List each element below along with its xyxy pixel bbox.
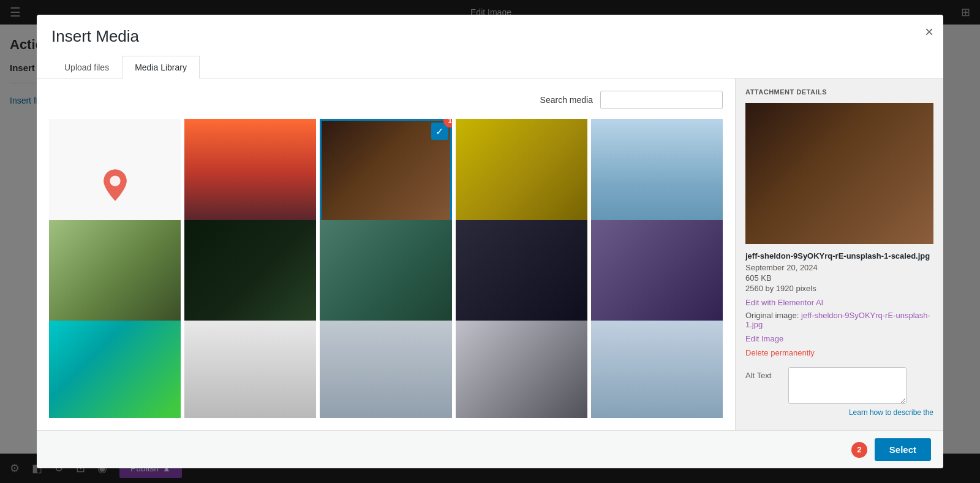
image-grid: 1 ✓ Nashville bbox=[49, 119, 723, 418]
delete-permanently-link[interactable]: Delete permanently bbox=[745, 348, 933, 357]
attachment-size: 605 KB bbox=[745, 273, 933, 283]
media-item-15[interactable] bbox=[591, 321, 723, 418]
footer-badge: 2 bbox=[851, 442, 867, 458]
svg-point-0 bbox=[110, 175, 120, 186]
search-media-label: Search media bbox=[540, 95, 593, 105]
tab-media-library[interactable]: Media Library bbox=[122, 56, 200, 78]
modal-title: Insert Media bbox=[51, 27, 929, 46]
learn-link[interactable]: Learn how to describe the bbox=[788, 408, 933, 417]
map-pin-icon bbox=[97, 167, 134, 203]
attachment-filename: jeff-sheldon-9SyOKYrq-rE-unsplash-1-scal… bbox=[745, 251, 933, 261]
media-item-12[interactable] bbox=[184, 321, 316, 418]
modal-close-button[interactable]: × bbox=[925, 25, 933, 39]
attachment-dimensions: 2560 by 1920 pixels bbox=[745, 284, 933, 293]
attachment-details-sidebar: ATTACHMENT DETAILS jeff-sheldon-9SyOKYrq… bbox=[735, 78, 943, 430]
attachment-date: September 20, 2024 bbox=[745, 263, 933, 272]
search-media-input[interactable] bbox=[600, 91, 723, 109]
modal-body: Search media 1 bbox=[37, 78, 943, 430]
edit-elementor-ai-link[interactable]: Edit with Elementor AI bbox=[745, 298, 933, 307]
search-row: Search media bbox=[49, 91, 723, 109]
media-item-11[interactable]: Nashville bbox=[49, 321, 181, 418]
modal-overlay: Insert Media × Upload files Media Librar… bbox=[0, 0, 980, 483]
select-button[interactable]: Select bbox=[875, 438, 931, 461]
modal-footer: 2 Select bbox=[37, 430, 943, 468]
attachment-preview bbox=[745, 103, 933, 244]
edit-image-link[interactable]: Edit Image bbox=[745, 334, 933, 343]
selected-badge-1: 1 bbox=[443, 119, 452, 127]
alt-text-section: Alt Text Learn how to describe the bbox=[745, 367, 933, 417]
original-label: Original image: bbox=[745, 311, 799, 320]
media-area: Search media 1 bbox=[37, 78, 735, 430]
attachment-details-title: ATTACHMENT DETAILS bbox=[745, 88, 933, 96]
tab-upload-files[interactable]: Upload files bbox=[51, 56, 122, 78]
modal-tabs: Upload files Media Library bbox=[51, 56, 929, 78]
alt-text-input[interactable] bbox=[788, 367, 907, 404]
media-item-13[interactable] bbox=[320, 321, 451, 418]
insert-media-modal: Insert Media × Upload files Media Librar… bbox=[37, 15, 943, 468]
modal-header: Insert Media × Upload files Media Librar… bbox=[37, 15, 943, 78]
media-item-14[interactable] bbox=[456, 321, 587, 418]
attachment-original: Original image: jeff-sheldon-9SyOKYrq-rE… bbox=[745, 311, 933, 329]
attachment-preview-image bbox=[745, 103, 933, 244]
alt-text-label: Alt Text bbox=[745, 367, 782, 380]
